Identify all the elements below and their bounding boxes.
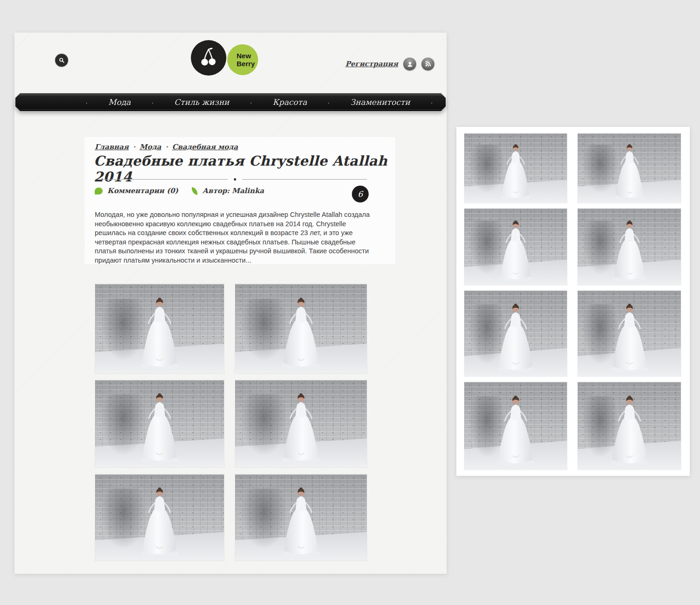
nav-item-znamenitosti[interactable]: Знаменитости (350, 97, 410, 107)
gallery-photo-grid (464, 133, 681, 470)
breadcrumb: Главная · Мода · Свадебная мода (95, 143, 238, 151)
breadcrumb-home[interactable]: Главная (95, 143, 129, 151)
register-link[interactable]: Регистрация (345, 60, 398, 68)
rss-icon (425, 61, 431, 67)
comments-icon (95, 188, 103, 195)
article-photo-6[interactable] (235, 474, 367, 561)
gallery-photo-4[interactable] (578, 209, 681, 285)
gallery-photo-2[interactable] (578, 133, 681, 203)
breadcrumb-svadebnaya-moda[interactable]: Свадебная мода (172, 143, 238, 151)
breadcrumb-separator: · (133, 143, 135, 151)
breadcrumb-separator: · (165, 143, 168, 151)
wedding-dress-back (593, 142, 665, 202)
wedding-dress-back (593, 301, 665, 375)
user-button[interactable] (403, 57, 416, 70)
wedding-dress-back (255, 390, 347, 466)
article-meta: Комментарии (0) Автор: Malinka (95, 187, 264, 195)
wedding-dress-front (114, 295, 204, 371)
user-icon (407, 61, 413, 67)
article-photo-grid (95, 284, 367, 561)
nav-separator-dot: · (151, 99, 154, 106)
comments-link[interactable]: Комментарии (0) (107, 187, 178, 195)
site-logo[interactable] (191, 40, 226, 76)
article-photo-1[interactable] (95, 284, 224, 373)
gallery-photo-1[interactable] (464, 133, 567, 203)
rss-button[interactable] (421, 57, 434, 70)
wedding-dress-back (593, 218, 665, 284)
author-icon (191, 187, 198, 195)
nav-item-stil-zhizni[interactable]: Стиль жизни (174, 97, 229, 107)
gallery-photo-8[interactable] (578, 382, 681, 470)
nav-separator-dot: · (328, 99, 330, 106)
wedding-dress-front (480, 301, 552, 375)
logo-green-seal: New Berry (227, 44, 258, 75)
photo-count-badge: 6 (352, 186, 369, 202)
wedding-dress-back (255, 295, 347, 371)
wedding-dress-back (255, 485, 347, 559)
logo-text-line1: New (237, 52, 256, 60)
main-page-card: New Berry Регистрация (14, 33, 447, 574)
wedding-dress-back (593, 393, 665, 468)
gallery-photo-7[interactable] (464, 382, 567, 470)
account-area: Регистрация (322, 56, 434, 72)
article-photo-2[interactable] (235, 284, 367, 373)
gallery-photo-5[interactable] (464, 291, 567, 376)
nav-item-krasota[interactable]: Красота (273, 97, 307, 107)
navbar-plaque: · Мода · Стиль жизни · Красота · Знамени… (15, 93, 446, 111)
wedding-dress-front (480, 142, 552, 202)
main-navigation: · Мода · Стиль жизни · Красота · Знамени… (15, 93, 446, 111)
wedding-dress-front (114, 485, 204, 559)
article-excerpt: Молодая, но уже довольно популярная и ус… (95, 210, 372, 265)
article-photo-4[interactable] (235, 380, 367, 467)
wedding-dress-front (480, 218, 552, 284)
nav-separator-dot: · (250, 99, 252, 106)
logo-text-line2: Berry (237, 60, 256, 68)
page: { "page": { "background_color": "#e7e7e7… (0, 0, 700, 605)
article-photo-3[interactable] (95, 380, 224, 467)
nav-separator-dot: · (85, 99, 88, 106)
author-label: Автор: Malinka (203, 187, 264, 195)
search-icon (59, 57, 65, 63)
article-photo-5[interactable] (95, 474, 224, 561)
side-gallery-card (456, 127, 690, 476)
nav-item-moda[interactable]: Мода (108, 97, 131, 107)
wedding-dress-front (114, 390, 204, 466)
nav-separator-dot: · (431, 99, 433, 106)
cherry-icon (198, 47, 219, 69)
wedding-dress-front (480, 393, 552, 468)
search-button[interactable] (55, 54, 68, 67)
gallery-photo-6[interactable] (578, 291, 681, 376)
title-divider (103, 178, 367, 181)
gallery-photo-3[interactable] (464, 209, 567, 285)
breadcrumb-moda[interactable]: Мода (140, 143, 161, 151)
